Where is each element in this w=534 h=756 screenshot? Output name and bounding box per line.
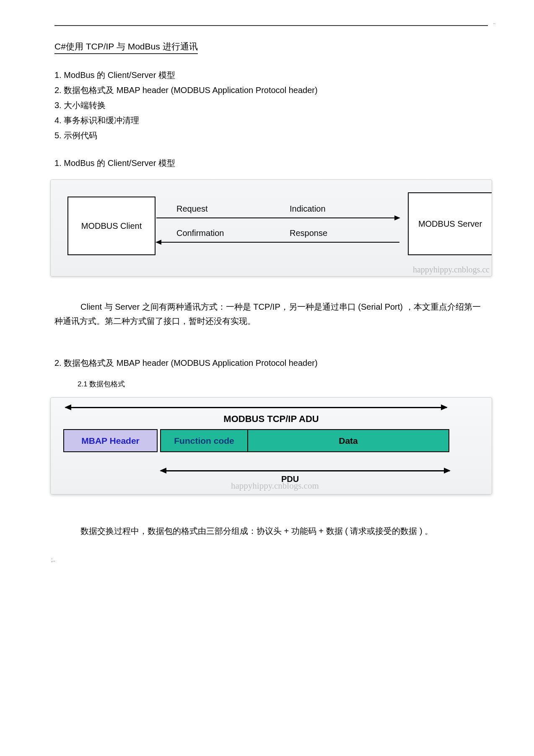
pdu-span-arrow (161, 470, 450, 471)
section-1-heading: 1. ModBus 的 Client/Server 模型 (54, 158, 488, 169)
request-arrow (156, 217, 399, 218)
request-label: Request (176, 204, 208, 214)
section-2: 2. 数据包格式及 MBAP header (MODBUS Applicatio… (54, 357, 488, 538)
watermark-text: happyhippy.cnblogs.com (231, 481, 319, 491)
footer-marker: ;.. (51, 557, 488, 563)
toc-item: 5. 示例代码 (54, 128, 488, 143)
document-page: C#使用 TCP/IP 与 ModBus 进行通讯 1. ModBus 的 Cl… (0, 0, 534, 580)
adu-diagram-container: MODBUS TCP/IP ADU MBAP Header Function c… (50, 397, 492, 495)
adu-title: MODBUS TCP/IP ADU (51, 414, 492, 425)
confirmation-arrow (156, 242, 399, 243)
document-title: C#使用 TCP/IP 与 ModBus 进行通讯 (54, 41, 198, 54)
table-of-contents: 1. ModBus 的 Client/Server 模型 2. 数据包格式及 M… (54, 67, 488, 143)
modbus-client-box: MODBUS Client (67, 197, 156, 255)
adu-span-arrow (65, 407, 447, 408)
response-label: Response (290, 228, 327, 238)
client-server-diagram-container: MODBUS Client MODBUS Server Request Indi… (50, 179, 492, 277)
top-horizontal-rule (54, 25, 488, 26)
adu-diagram: MODBUS TCP/IP ADU MBAP Header Function c… (51, 398, 492, 494)
section-2-heading: 2. 数据包格式及 MBAP header (MODBUS Applicatio… (54, 357, 488, 369)
section-2-paragraph: 数据交换过程中，数据包的格式由三部分组成：协议头 + 功能码 + 数据 ( 请求… (54, 524, 488, 538)
toc-item: 2. 数据包格式及 MBAP header (MODBUS Applicatio… (54, 83, 488, 98)
section-2-subheading: 2.1 数据包格式 (78, 379, 488, 389)
toc-item: 4. 事务标识和缓冲清理 (54, 113, 488, 128)
mbap-header-block: MBAP Header (63, 429, 158, 452)
section-1-paragraph: Client 与 Server 之间有两种通讯方式：一种是 TCP/IP，另一种… (54, 300, 488, 328)
function-code-block: Function code (160, 429, 248, 452)
confirmation-label: Confirmation (176, 228, 224, 238)
watermark-text: happyhippy.cnblogs.cc (413, 265, 490, 274)
indication-label: Indication (290, 204, 326, 214)
modbus-server-box: MODBUS Server (408, 192, 492, 255)
adu-blocks-row: MBAP Header Function code Data (63, 429, 449, 452)
toc-item: 3. 大小端转换 (54, 98, 488, 113)
client-server-diagram: MODBUS Client MODBUS Server Request Indi… (51, 180, 492, 276)
data-block: Data (248, 429, 449, 452)
toc-item: 1. ModBus 的 Client/Server 模型 (54, 67, 488, 83)
